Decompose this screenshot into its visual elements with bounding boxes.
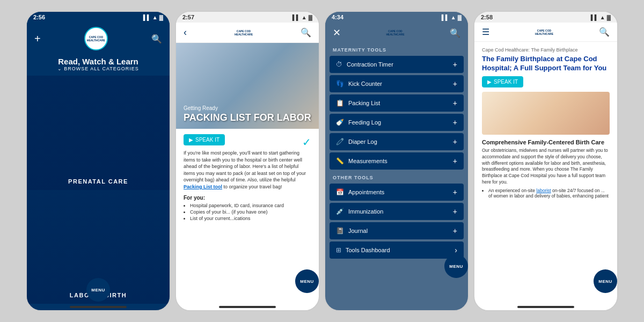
phone-screen-1: 2:56 ▌▌ ▲ ▓ + CAPE CODHEALTHCARE 🔍 Read,… [26, 11, 171, 311]
expand-icon[interactable]: + [453, 207, 457, 216]
time-1: 2:56 [33, 14, 45, 20]
tool-appointments[interactable]: 📅 Appointments + [330, 184, 464, 201]
time-2: 2:57 [182, 14, 194, 20]
article-title: The Family Birthplace at Cape Cod Hospit… [482, 55, 610, 73]
logo-4: CAPE CODHEALTHCARE [535, 29, 553, 35]
for-you-label: For you: [184, 195, 311, 201]
list-item: Hospital paperwork, ID card, insurance c… [190, 203, 311, 208]
article-image [482, 92, 610, 135]
article-body-4: Cape Cod Healthcare: The Family Birthpla… [474, 42, 617, 276]
tool-feeding-log[interactable]: 🍼 Feeding Log + [330, 114, 464, 131]
time-3: 4:34 [332, 14, 343, 20]
tool-label: Feeding Log [348, 119, 381, 126]
battery-icon: ▓ [159, 14, 163, 20]
play-icon: ▶ [189, 137, 193, 143]
status-icons-3: ▌▌ ▲ ▓ [442, 14, 462, 20]
status-bar-3: 4:34 ▌▌ ▲ ▓ [325, 12, 468, 23]
tool-diaper-log[interactable]: 🧷 Diaper Log + [330, 133, 464, 150]
tool-journal[interactable]: 📓 Journal + [330, 222, 464, 239]
prenatal-label: PRENATAL CARE [68, 178, 128, 185]
wifi-icon: ▲ [152, 14, 158, 20]
hero-text: Getting Ready PACKING LIST FOR LABOR [184, 105, 311, 123]
tool-contraction-timer[interactable]: ⏱ Contraction Timer + [330, 56, 464, 73]
chevron-down-icon: ⌄ [57, 66, 62, 71]
wifi-icon-4: ▲ [600, 14, 605, 20]
kick-counter-icon: 👣 [336, 80, 344, 87]
list-item: Copies of your bi... (if you have one) [190, 209, 311, 215]
search-icon-4[interactable]: 🔍 [599, 27, 610, 37]
tool-measurements[interactable]: 📏 Measurements + [330, 152, 464, 170]
expand-icon[interactable]: + [453, 188, 457, 196]
arrow-icon[interactable]: › [455, 246, 457, 254]
laborist-link[interactable]: laborist [536, 188, 551, 193]
close-icon[interactable]: ✕ [333, 27, 341, 39]
back-icon[interactable]: ‹ [184, 27, 187, 38]
home-indicator-2 [219, 306, 276, 308]
prenatal-section[interactable]: PRENATAL CARE [27, 76, 170, 190]
article-body: ▶ SPEAK IT ✓ If you're like most people,… [176, 129, 319, 276]
tool-label: Diaper Log [348, 138, 377, 145]
tool-kick-counter[interactable]: 👣 Kick Counter + [330, 75, 464, 92]
status-icons-4: ▌▌ ▲ ▓ [591, 14, 611, 20]
signal-icon-2: ▌▌ [292, 14, 300, 20]
menu-button-2[interactable]: MENU [295, 269, 319, 293]
packing-list-link[interactable]: Packing List tool [184, 184, 222, 189]
tool-dashboard[interactable]: ⊞ Tools Dashboard › [330, 241, 464, 259]
tool-packing-list[interactable]: 📋 Packing List + [330, 94, 464, 112]
wifi-icon-2: ▲ [302, 14, 307, 20]
contraction-timer-icon: ⏱ [336, 61, 342, 68]
expand-icon[interactable]: + [453, 226, 457, 235]
expand-icon[interactable]: + [453, 157, 457, 165]
menu-button-3[interactable]: MENU [444, 254, 468, 278]
tool-label: Measurements [348, 158, 387, 164]
phone-screen-4: 2:58 ▌▌ ▲ ▓ ☰ CAPE CODHEALTHCARE 🔍 Cape … [473, 11, 618, 311]
wifi-icon-3: ▲ [451, 14, 456, 20]
search-icon-3[interactable]: 🔍 [450, 28, 460, 38]
status-bar-1: 2:56 ▌▌ ▲ ▓ [27, 12, 170, 23]
search-icon-1[interactable]: 🔍 [151, 34, 162, 44]
tool-label: Tools Dashboard [346, 247, 390, 253]
plus-icon[interactable]: + [34, 33, 41, 45]
speak-button-2[interactable]: ▶ SPEAK IT [184, 134, 225, 145]
expand-icon[interactable]: + [453, 137, 457, 146]
list-item: List of your current...ications [190, 216, 311, 221]
signal-icon-4: ▌▌ [591, 14, 598, 20]
browse-label[interactable]: ⌄ BROWSE ALL CATEGORIES [27, 66, 170, 71]
speak-button-4[interactable]: ▶ SPEAK IT [482, 76, 523, 87]
status-icons-2: ▌▌ ▲ ▓ [292, 14, 312, 20]
checkmark-icon: ✓ [302, 136, 311, 149]
search-icon-2[interactable]: 🔍 [301, 27, 311, 38]
maternity-section-title: MATERNITY TOOLS [325, 43, 468, 55]
diaper-log-icon: 🧷 [336, 138, 344, 145]
header-3: ✕ CAPE CODHEALTHCARE 🔍 [325, 23, 468, 43]
tool-label: Appointments [348, 189, 384, 195]
tool-label: Immunization [348, 208, 383, 215]
battery-icon-3: ▓ [458, 14, 462, 20]
expand-icon[interactable]: + [453, 79, 457, 88]
status-bar-2: 2:57 ▌▌ ▲ ▓ [176, 12, 319, 23]
measurements-icon: 📏 [336, 157, 344, 165]
hamburger-icon[interactable]: ☰ [482, 27, 489, 37]
expand-icon[interactable]: + [453, 118, 457, 127]
tool-immunization[interactable]: 💉 Immunization + [330, 203, 464, 220]
status-bar-4: 2:58 ▌▌ ▲ ▓ [474, 12, 617, 23]
hero-image: Getting Ready PACKING LIST FOR LABOR [176, 43, 319, 129]
header-2: ‹ CAPE CODHEALTHCARE 🔍 [176, 23, 319, 43]
logo-3: CAPE CODHEALTHCARE [386, 30, 404, 36]
expand-icon[interactable]: + [453, 99, 457, 107]
hero-title: PACKING LIST FOR LABOR [184, 112, 311, 123]
list-item-4: An experienced on-site laborist on-site … [488, 188, 610, 199]
signal-icon: ▌▌ [143, 14, 151, 20]
article-list: An experienced on-site laborist on-site … [482, 188, 610, 199]
battery-icon-4: ▓ [607, 14, 611, 20]
packing-list: Hospital paperwork, ID card, insurance c… [184, 203, 311, 221]
tool-label: Contraction Timer [347, 61, 393, 68]
header-4: ☰ CAPE CODHEALTHCARE 🔍 [474, 23, 617, 42]
menu-button-1[interactable]: MENU [86, 278, 110, 302]
article-subtitle: Cape Cod Healthcare: The Family Birthpla… [482, 47, 610, 53]
tool-label: Kick Counter [348, 80, 382, 87]
tool-label: Journal [348, 228, 368, 234]
menu-button-4[interactable]: MENU [594, 269, 617, 293]
immunization-icon: 💉 [336, 208, 344, 215]
expand-icon[interactable]: + [453, 60, 457, 69]
